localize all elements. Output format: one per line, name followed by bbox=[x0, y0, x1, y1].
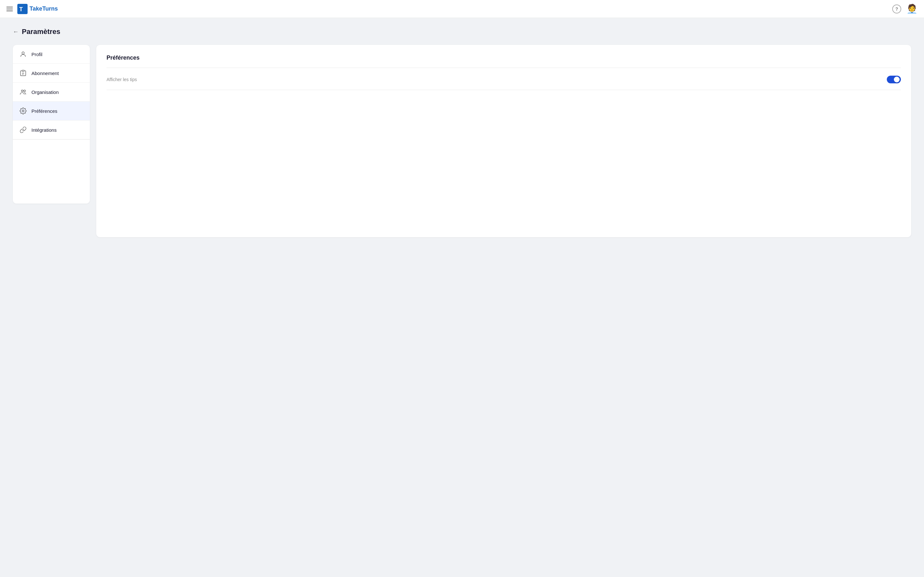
page-title: Paramètres bbox=[22, 27, 60, 36]
help-icon[interactable]: ? bbox=[892, 5, 901, 13]
sidebar-item-label-profil: Profil bbox=[31, 52, 42, 57]
logo-text: TakeTurns bbox=[29, 5, 58, 12]
sidebar-item-label-integrations: Intégrations bbox=[31, 127, 57, 133]
navbar-left: T TakeTurns bbox=[6, 4, 58, 14]
sidebar-bottom-empty bbox=[13, 139, 90, 203]
svg-rect-3 bbox=[22, 70, 24, 71]
main-layout: Profil Abonnement bbox=[13, 45, 911, 237]
afficher-les-tips-toggle[interactable] bbox=[887, 76, 901, 83]
svg-point-6 bbox=[21, 90, 23, 92]
sidebar-item-organisation[interactable]: Organisation bbox=[13, 83, 90, 102]
link-icon bbox=[19, 126, 27, 133]
svg-point-8 bbox=[22, 110, 24, 112]
back-button[interactable]: ← bbox=[13, 29, 19, 35]
panel-divider bbox=[107, 68, 901, 68]
clipboard-icon bbox=[19, 69, 27, 77]
svg-point-7 bbox=[24, 90, 26, 92]
logo[interactable]: T TakeTurns bbox=[17, 4, 58, 14]
hamburger-menu-icon[interactable] bbox=[6, 7, 13, 11]
sidebar-item-label-preferences: Préférences bbox=[31, 108, 57, 114]
svg-point-2 bbox=[22, 52, 24, 54]
users-icon bbox=[19, 89, 27, 95]
page-header: ← Paramètres bbox=[13, 27, 911, 36]
afficher-les-tips-label: Afficher les tips bbox=[107, 77, 137, 82]
svg-text:T: T bbox=[19, 6, 23, 13]
navbar: T TakeTurns ? 🧑‍💼 bbox=[0, 0, 924, 18]
sidebar-item-integrations[interactable]: Intégrations bbox=[13, 121, 90, 139]
avatar[interactable]: 🧑‍💼 bbox=[906, 3, 918, 14]
navbar-right: ? 🧑‍💼 bbox=[892, 3, 918, 14]
sidebar-item-preferences[interactable]: Préférences bbox=[13, 102, 90, 121]
user-icon bbox=[19, 51, 27, 58]
logo-icon: T bbox=[17, 4, 27, 14]
page-content: ← Paramètres Profil bbox=[0, 18, 924, 247]
sidebar-item-label-abonnement: Abonnement bbox=[31, 71, 59, 76]
gear-icon bbox=[19, 107, 27, 114]
sidebar: Profil Abonnement bbox=[13, 45, 90, 203]
afficher-les-tips-row: Afficher les tips bbox=[107, 76, 901, 90]
toggle-slider bbox=[887, 76, 901, 83]
sidebar-item-abonnement[interactable]: Abonnement bbox=[13, 64, 90, 83]
sidebar-item-label-organisation: Organisation bbox=[31, 89, 59, 95]
preferences-title: Préférences bbox=[107, 55, 901, 61]
sidebar-item-profil[interactable]: Profil bbox=[13, 45, 90, 64]
preferences-panel: Préférences Afficher les tips bbox=[96, 45, 911, 237]
